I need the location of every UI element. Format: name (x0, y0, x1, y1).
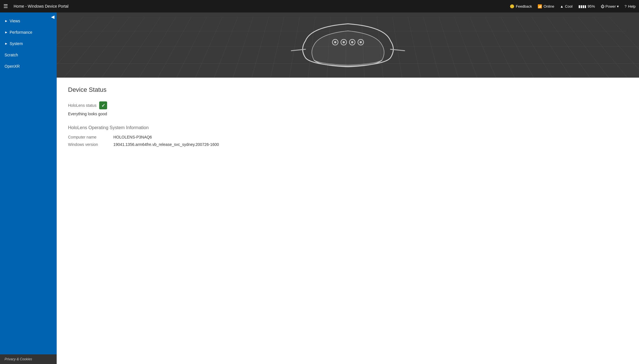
sidebar-item-performance[interactable]: ► Performance (0, 27, 57, 38)
status-message: Everything looks good (68, 112, 628, 116)
views-arrow-icon: ► (5, 19, 8, 23)
online-icon: 📶 (538, 4, 542, 8)
status-check-badge: ✓ (99, 101, 107, 109)
feedback-button[interactable]: 🙂 Feedback (510, 4, 532, 8)
computer-name-label: Computer name (68, 135, 108, 139)
battery-label: 95% (588, 4, 595, 8)
sidebar-item-views-label: Views (10, 19, 20, 23)
hero-banner (57, 12, 639, 78)
sidebar-item-system[interactable]: ► System (0, 38, 57, 49)
content-area: Device Status HoloLens status ✓ Everythi… (57, 12, 639, 364)
sidebar-item-openxr[interactable]: OpenXR (0, 61, 57, 72)
temperature-status[interactable]: ▲ Cool (560, 4, 573, 8)
hololens-status-section: HoloLens status ✓ Everything looks good (68, 101, 628, 116)
help-icon: ? (625, 4, 627, 8)
sidebar-item-views[interactable]: ► Views (0, 15, 57, 27)
sidebar-item-system-label: System (10, 41, 23, 46)
help-button[interactable]: ? Help (625, 4, 636, 8)
status-label-row: HoloLens status ✓ (68, 101, 628, 109)
topbar: ☰ Home - Windows Device Portal 🙂 Feedbac… (0, 0, 639, 12)
sidebar-footer[interactable]: Privacy & Cookies (0, 354, 57, 364)
scratch-label: Scratch (5, 53, 18, 57)
hololens-image (288, 18, 407, 72)
sidebar-nav: ► Views ► Performance ► System Scratch O… (0, 12, 57, 354)
windows-version-row: Windows version 19041.1356.arm64fre.vb_r… (68, 142, 628, 147)
sidebar-item-scratch[interactable]: Scratch (0, 49, 57, 61)
topbar-actions: 🙂 Feedback 📶 Online ▲ Cool ▮▮▮▮ 95% ⏻ Po… (510, 4, 636, 8)
temperature-icon: ▲ (560, 4, 564, 8)
svg-point-7 (360, 41, 362, 43)
privacy-cookies-label: Privacy & Cookies (5, 357, 32, 361)
computer-name-row: Computer name HOLOLENS-P3NAQ6 (68, 135, 628, 139)
system-arrow-icon: ► (5, 42, 8, 46)
svg-point-5 (351, 41, 353, 43)
power-button[interactable]: ⏻ Power ▾ (601, 4, 619, 8)
openxr-label: OpenXR (5, 64, 20, 69)
windows-version-label: Windows version (68, 142, 108, 147)
help-label: Help (628, 4, 636, 8)
sidebar-collapse-button[interactable]: ◀ (51, 15, 54, 19)
battery-icon: ▮▮▮▮ (578, 4, 586, 8)
os-info-section: HoloLens Operating System Information Co… (68, 125, 628, 147)
battery-status[interactable]: ▮▮▮▮ 95% (578, 4, 595, 8)
power-label: Power ▾ (606, 4, 619, 8)
sidebar-item-performance-label: Performance (10, 30, 32, 35)
windows-version-value: 19041.1356.arm64fre.vb_release_svc_sydne… (113, 142, 219, 147)
device-status-section: Device Status HoloLens status ✓ Everythi… (57, 78, 639, 364)
svg-point-1 (334, 41, 336, 43)
device-status-title: Device Status (68, 86, 628, 93)
status-check-icon: ✓ (101, 103, 105, 108)
main-layout: ◀ ► Views ► Performance ► System Scratch… (0, 12, 639, 364)
page-title: Home - Windows Device Portal (14, 4, 506, 8)
feedback-label: Feedback (516, 4, 532, 8)
computer-name-value: HOLOLENS-P3NAQ6 (113, 135, 152, 139)
os-section-title: HoloLens Operating System Information (68, 125, 628, 130)
power-icon: ⏻ (601, 4, 604, 8)
online-label: Online (544, 4, 554, 8)
svg-point-3 (343, 41, 345, 43)
feedback-icon: 🙂 (510, 4, 514, 8)
sidebar: ◀ ► Views ► Performance ► System Scratch… (0, 12, 57, 364)
temperature-label: Cool (565, 4, 573, 8)
online-status[interactable]: 📶 Online (538, 4, 554, 8)
hamburger-menu-icon[interactable]: ☰ (3, 3, 8, 9)
hololens-status-label: HoloLens status (68, 103, 96, 108)
performance-arrow-icon: ► (5, 30, 8, 34)
